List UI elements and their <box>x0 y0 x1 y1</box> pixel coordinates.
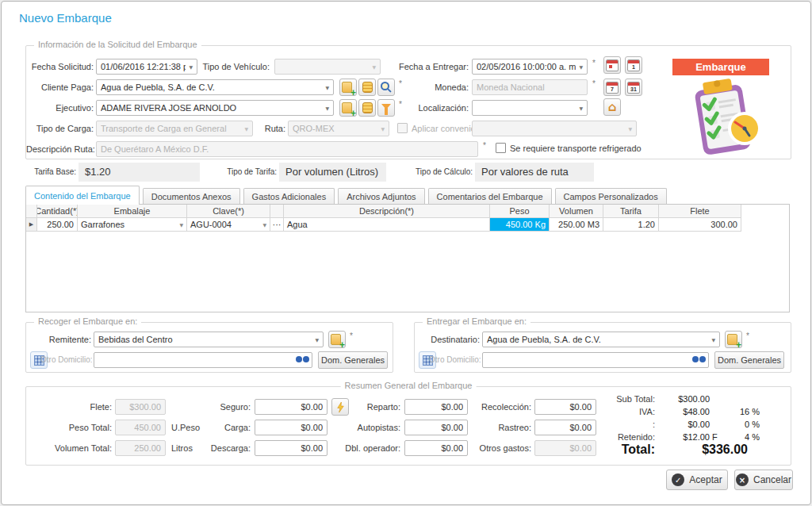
recoger-dom-generales-button[interactable]: Dom. Generales <box>318 351 388 369</box>
autopistas-input[interactable] <box>404 420 468 435</box>
database-icon <box>362 82 373 93</box>
localizacion-combo[interactable]: ▼ <box>472 100 588 116</box>
ejecutivo-combo[interactable]: ADAME RIVERA JOSE ARNOLDO ▼ <box>96 100 334 116</box>
new-shipment-window: Nuevo Embarque Información de la Solicit… <box>1 1 811 505</box>
peso-total-label: Peso Total: <box>26 420 112 435</box>
cantidad-cell[interactable]: 250.00 <box>37 218 78 232</box>
tab-gastos-adicionales[interactable]: Gastos Adicionales <box>243 188 335 205</box>
ruta-label: Ruta: <box>256 121 285 136</box>
entregar-group-title: Entregar el Embarque en: <box>423 316 530 326</box>
autopistas-label: Autopistas: <box>335 420 400 435</box>
calendar-icon <box>606 59 619 71</box>
grid-header-tarifa[interactable]: Tarifa <box>603 205 659 218</box>
total-label: Total: <box>576 443 655 457</box>
tipo-calculo-label: Tipo de Cálculo: <box>398 163 473 182</box>
binoculars-icon[interactable] <box>692 356 706 363</box>
add-client-button[interactable] <box>339 79 357 96</box>
iva-pct: 16 % <box>696 405 760 418</box>
cliente-paga-label: Cliente Paga: <box>26 79 94 95</box>
destinatario-combo[interactable]: Agua de Puebla, S.A. de C.V. ▼ <box>482 332 720 347</box>
client-catalog-button[interactable] <box>358 79 376 96</box>
entregar-group: Entregar el Embarque en: Destinatario: A… <box>414 322 791 373</box>
fecha-entregar-combo[interactable]: 02/05/2016 10:00:00 a. m. ▼ <box>472 59 588 75</box>
row-indicator-cell: ▶ <box>26 218 37 232</box>
grid-header-cantidad[interactable]: Cantidad(*) <box>37 205 78 218</box>
seguro-input[interactable] <box>255 399 327 415</box>
shipment-clipboard-illustration <box>678 78 767 155</box>
home-icon: ⌂ <box>608 102 617 113</box>
tab-contenido-embarque[interactable]: Contenido del Embarque <box>25 186 140 205</box>
recoger-otro-domicilio-label: Otro Domicilio: <box>40 352 91 368</box>
calendar-plus7-button[interactable]: 7 <box>603 79 621 96</box>
recoger-group: Recoger el Embarque en: Remitente: Bebid… <box>25 322 393 373</box>
grid-header-flete[interactable]: Flete <box>659 205 741 218</box>
refrigerado-checkbox[interactable] <box>496 143 506 153</box>
grid-header-indicator <box>26 205 37 218</box>
remitente-label: Remitente: <box>26 332 91 347</box>
subtotal-value: $300.00 <box>630 393 710 405</box>
chevron-down-icon: ▼ <box>325 85 329 90</box>
refrigerado-label: Se requiere transporte refrigerado <box>510 143 642 154</box>
tipo-tarifa-value: Por volumen (Litros) <box>279 163 386 182</box>
aceptar-button[interactable]: ✓ Aceptar <box>666 470 728 490</box>
lookup-ellipsis-button[interactable]: ··· <box>270 218 284 232</box>
tipo-vehiculo-combo: ▼ <box>274 59 381 75</box>
grid-header-clave[interactable]: Clave(*) <box>187 205 270 218</box>
executive-catalog-button[interactable] <box>358 99 376 117</box>
reparto-label: Reparto: <box>335 399 400 415</box>
x-circle-icon: × <box>736 473 749 486</box>
otros-gastos-label: Otros gastos: <box>466 440 531 456</box>
calendar-icon: 7 <box>606 82 619 94</box>
dbl-operador-input[interactable] <box>404 440 468 456</box>
embalaje-cell[interactable]: Garrafones ▼ <box>78 218 187 232</box>
peso-total-field: 450.00 <box>115 420 166 435</box>
volumen-cell[interactable]: 250.00 M3 <box>550 218 603 232</box>
reparto-input[interactable] <box>404 399 468 415</box>
tab-campos-personalizados[interactable]: Campos Personalizados <box>555 188 667 205</box>
tipo-carga-label: Tipo de Carga: <box>26 121 94 136</box>
descripcion-ruta-label: Descripción Ruta: <box>26 141 94 157</box>
carga-input[interactable] <box>255 420 327 435</box>
grid-header-volumen[interactable]: Volumen <box>550 205 603 218</box>
add-destinatario-button[interactable] <box>725 331 742 348</box>
flete-cell[interactable]: 300.00 <box>659 218 741 232</box>
cliente-paga-combo[interactable]: Agua de Puebla, S.A. de C.V. ▼ <box>96 79 334 95</box>
entregar-dom-generales-button[interactable]: Dom. Generales <box>714 351 784 369</box>
peso-cell-selected[interactable]: 450.00 Kg <box>490 218 550 232</box>
grid-header-embalaje[interactable]: Embalaje <box>78 205 187 218</box>
required-marker: * <box>592 79 596 89</box>
aplicar-convenio-checkbox <box>397 123 408 133</box>
calendar-plus1-button[interactable]: 1 <box>625 56 642 74</box>
flete-total-field: $300.00 <box>115 399 166 415</box>
calendar-plus31-button[interactable]: 31 <box>625 79 642 96</box>
tab-archivos-adjuntos[interactable]: Archivos Adjuntos <box>338 188 424 205</box>
tarifa-cell[interactable]: 1.20 <box>603 218 659 232</box>
binoculars-icon[interactable] <box>296 356 309 363</box>
grid-header-row: Cantidad(*) Embalaje Clave(*) Descripció… <box>26 205 789 218</box>
grid-header-descripcion[interactable]: Descripción(*) <box>284 205 490 218</box>
chevron-down-icon: ▼ <box>579 64 583 70</box>
descripcion-cell[interactable]: Agua <box>284 218 490 232</box>
chevron-down-icon: ▼ <box>372 64 376 70</box>
tarifa-base-value: $1.20 <box>79 163 200 182</box>
cancelar-button[interactable]: × Cancelar <box>734 470 793 490</box>
calendar-today-button[interactable] <box>603 56 621 74</box>
remitente-combo[interactable]: Bebidas del Centro ▼ <box>94 332 324 347</box>
grid-header-peso[interactable]: Peso <box>490 205 550 218</box>
clave-cell[interactable]: AGU-0004 ▼ <box>187 218 270 232</box>
tab-comentarios-embarque[interactable]: Comentarios del Embarque <box>428 188 552 205</box>
localizacion-home-button[interactable]: ⌂ <box>603 98 621 116</box>
info-group-title: Información de la Solicitud del Embarque <box>34 40 201 49</box>
chevron-down-icon: ▼ <box>579 105 583 111</box>
recoleccion-label: Recolección: <box>466 399 531 415</box>
descripcion-ruta-field: De Querétaro A México D.F. <box>96 141 478 157</box>
recoger-otro-domicilio-input[interactable] <box>94 352 312 368</box>
add-icon <box>342 82 352 93</box>
add-remitente-button[interactable] <box>328 331 346 348</box>
add-executive-button[interactable] <box>339 99 357 117</box>
descarga-input[interactable] <box>255 440 327 456</box>
entregar-otro-domicilio-input[interactable] <box>482 352 709 368</box>
chevron-down-icon: ▼ <box>381 126 385 132</box>
tab-documentos-anexos[interactable]: Documentos Anexos <box>143 188 240 205</box>
tipo-calculo-value: Por valores de ruta <box>475 163 594 182</box>
